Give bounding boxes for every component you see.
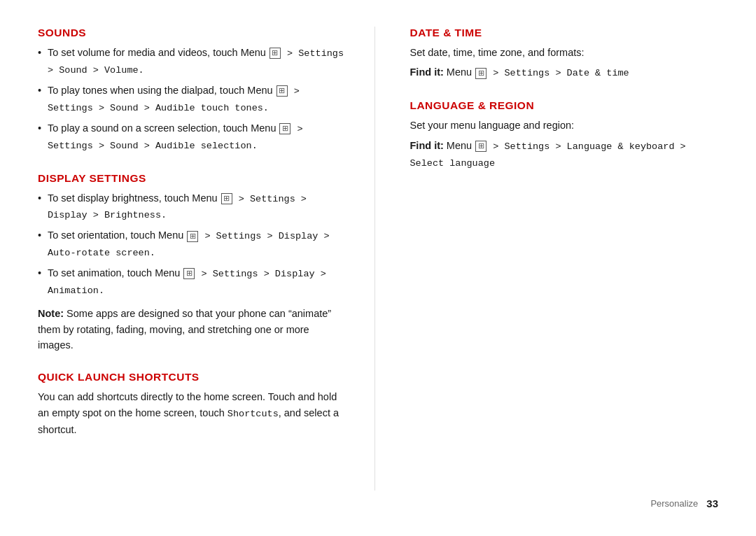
note-text: Some apps are designed so that your phon…: [38, 308, 331, 351]
page: Sounds To set volume for media and video…: [0, 0, 756, 536]
datetime-body: Set date, time, time zone, and formats: …: [410, 45, 719, 81]
display-bullet-3: To set animation, touch Menu > Settings …: [38, 265, 346, 299]
display-body: To set display brightness, touch Menu > …: [38, 190, 346, 353]
sounds-bullet-3: To play a sound on a screen selection, t…: [38, 120, 346, 154]
menu-icon-6: [183, 268, 195, 279]
menu-icon-8: [475, 141, 486, 152]
display-bullet-1: To set display brightness, touch Menu > …: [38, 190, 346, 224]
menu-icon-2: [276, 85, 288, 97]
language-body: Set your menu language and region: Find …: [410, 118, 719, 171]
display-b3-text1: To set animation, touch Menu: [48, 267, 183, 278]
quick-body: You can add shortcuts directly to the ho…: [38, 389, 346, 437]
footer: Personalize 33: [38, 491, 718, 509]
datetime-findit: Find it: Menu > Settings > Date & time: [410, 64, 719, 81]
menu-icon-7: [475, 68, 486, 79]
language-findit-label: Find it:: [410, 140, 444, 151]
sounds-b3-text1: To play a sound on a screen selection, t…: [48, 122, 279, 134]
content-columns: Sounds To set volume for media and video…: [38, 27, 718, 491]
footer-label: Personalize: [650, 498, 698, 509]
menu-icon-5: [187, 231, 198, 242]
datetime-findit-mono: > Settings > Date & time: [487, 68, 629, 78]
sounds-b1-text1: To set volume for media and videos, touc…: [48, 47, 269, 58]
datetime-findit-label: Find it:: [410, 66, 444, 78]
menu-icon-4: [221, 193, 232, 204]
display-bullets: To set display brightness, touch Menu > …: [38, 190, 346, 299]
quick-mono: Shortcuts: [227, 409, 279, 419]
note-label: Note:: [38, 308, 64, 319]
language-findit-text: Menu: [444, 140, 475, 151]
sounds-title: Sounds: [38, 27, 346, 39]
language-section: Language & Region Set your menu language…: [410, 99, 719, 171]
display-b2-text1: To set orientation, touch Menu: [48, 230, 186, 241]
sounds-bullet-1: To set volume for media and videos, touc…: [38, 45, 346, 78]
language-title: Language & Region: [410, 99, 719, 112]
right-column: Date & Time Set date, time, time zone, a…: [375, 27, 719, 491]
datetime-title: Date & Time: [410, 27, 719, 39]
sounds-bullets: To set volume for media and videos, touc…: [38, 45, 346, 154]
menu-icon-3: [279, 123, 290, 134]
display-bullet-2: To set orientation, touch Menu > Setting…: [38, 227, 346, 261]
display-section: Display Settings To set display brightne…: [38, 172, 346, 353]
sounds-section: Sounds To set volume for media and video…: [38, 27, 346, 154]
sounds-bullet-2: To play tones when using the dialpad, to…: [38, 83, 346, 116]
left-column: Sounds To set volume for media and video…: [38, 27, 375, 491]
quick-title: Quick Launch Shortcuts: [38, 371, 346, 383]
display-title: Display Settings: [38, 172, 346, 185]
datetime-section: Date & Time Set date, time, time zone, a…: [410, 27, 719, 81]
sounds-body: To set volume for media and videos, touc…: [38, 45, 346, 154]
datetime-para: Set date, time, time zone, and formats:: [410, 45, 719, 60]
language-para: Set your menu language and region:: [410, 118, 719, 133]
quick-para: You can add shortcuts directly to the ho…: [38, 389, 346, 437]
footer-page: 33: [706, 498, 718, 509]
display-b1-text1: To set display brightness, touch Menu: [48, 192, 220, 204]
menu-icon-1: [270, 48, 281, 59]
quick-section: Quick Launch Shortcuts You can add short…: [38, 371, 346, 437]
display-note: Note: Some apps are designed so that you…: [38, 306, 346, 353]
sounds-b2-text1: To play tones when using the dialpad, to…: [48, 85, 276, 96]
language-findit: Find it: Menu > Settings > Language & ke…: [410, 138, 719, 171]
datetime-findit-text: Menu: [444, 66, 475, 78]
